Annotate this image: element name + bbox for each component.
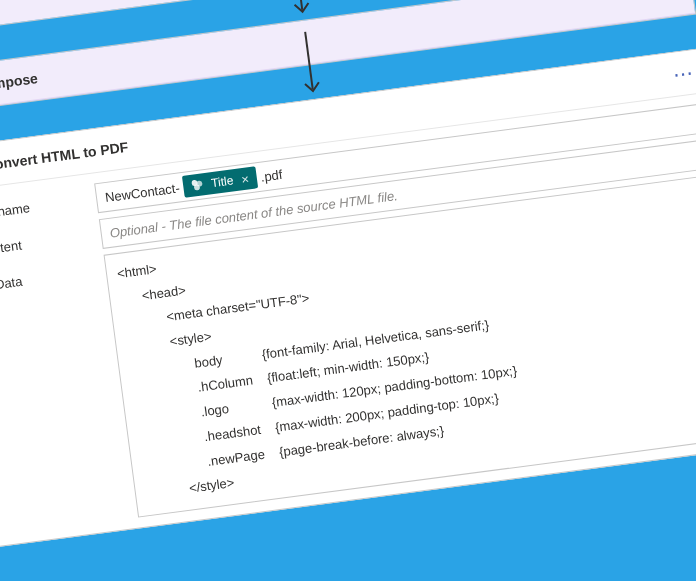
filename-prefix-text: NewContact-: [102, 180, 182, 205]
more-menu-button[interactable]: ⋯: [653, 0, 694, 8]
html-data-code[interactable]: <html> <head> <meta charset="UTF-8"> <st…: [116, 212, 529, 507]
filename-suffix-text: .pdf: [258, 166, 285, 184]
token-remove-icon[interactable]: ×: [238, 172, 251, 186]
svg-line-0: [295, 0, 303, 10]
dynamic-token-title[interactable]: Title ×: [182, 166, 258, 197]
sharepoint-icon: [188, 176, 206, 194]
field-label: PDF Filename: [0, 185, 87, 226]
more-menu-button[interactable]: ⋯: [663, 59, 696, 88]
token-label: Title: [210, 173, 234, 190]
field-label: File Content: [0, 220, 92, 261]
flow-arrow-icon: [283, 0, 316, 21]
field-label: HTML Data: [0, 256, 97, 297]
